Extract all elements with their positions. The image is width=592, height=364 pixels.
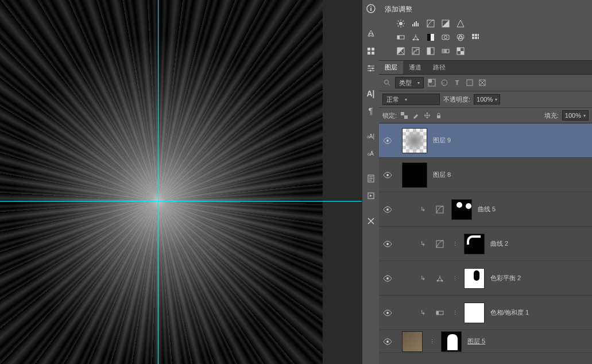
mask-thumbnail[interactable] bbox=[464, 268, 485, 289]
paragraph-icon[interactable]: ¶ bbox=[365, 104, 377, 117]
guide-vertical[interactable] bbox=[158, 0, 158, 364]
bw-icon[interactable] bbox=[426, 33, 435, 42]
channelmixer-icon[interactable] bbox=[456, 33, 465, 42]
swatches-icon[interactable] bbox=[365, 28, 377, 40]
link-icon[interactable]: ⋮ bbox=[451, 274, 458, 283]
layer-row[interactable]: ↳ ⋮ 曲线 2 bbox=[379, 227, 592, 261]
lock-move-icon[interactable] bbox=[423, 111, 431, 119]
levels-icon[interactable] bbox=[411, 19, 420, 28]
invert-icon[interactable] bbox=[396, 47, 405, 56]
layer-row[interactable]: ⋮ 图层 5 bbox=[379, 330, 592, 353]
curves-adj-icon[interactable] bbox=[434, 239, 446, 249]
lock-transparency-icon[interactable] bbox=[400, 111, 408, 119]
curves-icon[interactable] bbox=[426, 19, 435, 28]
guide-horizontal[interactable] bbox=[0, 201, 362, 202]
svg-point-34 bbox=[444, 36, 447, 39]
search-icon[interactable] bbox=[382, 78, 392, 87]
visibility-toggle[interactable] bbox=[379, 338, 396, 345]
selectivecolor-icon[interactable] bbox=[456, 47, 465, 56]
blend-mode-dropdown[interactable]: 正常▾ bbox=[382, 94, 440, 105]
posterize-icon[interactable] bbox=[411, 47, 420, 56]
svg-point-73 bbox=[386, 312, 389, 314]
layer-name[interactable]: 曲线 5 bbox=[478, 205, 496, 214]
layer-row[interactable]: ↳ 曲线 5 bbox=[379, 192, 592, 227]
canvas-area[interactable] bbox=[0, 0, 362, 364]
char-style-icon[interactable]: ₀A| bbox=[365, 130, 377, 142]
layer-row[interactable]: 图层 8 bbox=[379, 158, 592, 192]
layer-thumbnail[interactable] bbox=[402, 162, 427, 188]
layer-lock-bar: 锁定: 填充: 100%▾ bbox=[379, 108, 592, 123]
visibility-toggle[interactable] bbox=[379, 172, 396, 179]
styles-icon[interactable] bbox=[365, 45, 377, 57]
colorbalance-adj-icon[interactable] bbox=[434, 274, 446, 283]
filter-type-icon[interactable]: T bbox=[452, 78, 462, 87]
svg-rect-6 bbox=[372, 52, 374, 55]
svg-rect-39 bbox=[475, 34, 477, 36]
filter-adjust-icon[interactable] bbox=[440, 78, 449, 87]
exposure-icon[interactable] bbox=[441, 19, 450, 28]
filter-shape-icon[interactable] bbox=[465, 78, 474, 87]
threshold-icon[interactable] bbox=[426, 47, 435, 56]
tools-icon[interactable] bbox=[365, 215, 377, 227]
visibility-toggle[interactable] bbox=[379, 137, 396, 144]
svg-point-30 bbox=[417, 39, 419, 41]
colorlookup-icon[interactable] bbox=[471, 33, 480, 42]
svg-point-64 bbox=[386, 140, 389, 142]
mask-thumbnail[interactable] bbox=[441, 331, 462, 352]
link-icon[interactable]: ⋮ bbox=[428, 337, 435, 346]
info-icon[interactable] bbox=[365, 2, 377, 15]
curves-adj-icon[interactable] bbox=[434, 205, 446, 214]
para-style-icon[interactable]: ₀A bbox=[365, 147, 377, 160]
visibility-toggle[interactable] bbox=[379, 206, 396, 213]
tab-paths[interactable]: 路径 bbox=[427, 61, 451, 74]
mask-thumbnail[interactable] bbox=[464, 234, 485, 254]
huesat-icon[interactable] bbox=[396, 33, 405, 42]
colorbalance-icon[interactable] bbox=[411, 33, 420, 42]
layer-name[interactable]: 图层 5 bbox=[467, 337, 485, 346]
svg-rect-3 bbox=[367, 48, 370, 51]
adjustments-row-3 bbox=[396, 47, 586, 56]
filter-pixel-icon[interactable] bbox=[427, 78, 436, 87]
svg-point-7 bbox=[368, 65, 370, 67]
layer-row[interactable]: ↳ ⋮ 色彩平衡 2 bbox=[379, 261, 592, 296]
layer-name[interactable]: 图层 8 bbox=[433, 171, 451, 179]
lock-all-icon[interactable] bbox=[435, 111, 443, 119]
layer-name[interactable]: 图层 9 bbox=[433, 136, 451, 145]
right-panels: 添加调整 bbox=[379, 0, 592, 364]
gradmap-icon[interactable] bbox=[441, 47, 450, 56]
actions-icon[interactable] bbox=[365, 189, 377, 202]
svg-rect-53 bbox=[461, 51, 464, 55]
layer-row[interactable]: ↳ ⋮ 色相/饱和度 1 bbox=[379, 296, 592, 330]
huesat-adj-icon[interactable] bbox=[434, 308, 446, 317]
tab-channels[interactable]: 通道 bbox=[403, 61, 427, 74]
character-icon[interactable]: A| bbox=[365, 87, 377, 100]
mask-thumbnail[interactable] bbox=[451, 199, 472, 220]
visibility-toggle[interactable] bbox=[379, 241, 396, 247]
layer-name[interactable]: 曲线 2 bbox=[490, 239, 508, 248]
notes-icon[interactable] bbox=[365, 172, 377, 185]
link-icon[interactable]: ⋮ bbox=[451, 308, 458, 317]
layer-name[interactable]: 色彩平衡 2 bbox=[490, 274, 521, 282]
adjust-icon[interactable] bbox=[365, 62, 377, 75]
vibrance-icon[interactable] bbox=[456, 19, 465, 28]
fill-field[interactable]: 100%▾ bbox=[562, 110, 589, 121]
layer-thumbnail[interactable] bbox=[402, 331, 423, 352]
mask-thumbnail[interactable] bbox=[464, 303, 485, 323]
tab-layers[interactable]: 图层 bbox=[379, 61, 403, 74]
filter-type-dropdown[interactable]: 类型▾ bbox=[395, 77, 424, 88]
photofilter-icon[interactable] bbox=[441, 33, 450, 42]
visibility-toggle[interactable] bbox=[379, 275, 396, 282]
link-icon[interactable]: ⋮ bbox=[451, 239, 458, 249]
opacity-field[interactable]: 100%▾ bbox=[474, 94, 500, 104]
visibility-toggle[interactable] bbox=[379, 309, 396, 316]
document-canvas[interactable] bbox=[0, 0, 323, 364]
brightness-icon[interactable] bbox=[396, 19, 405, 28]
layers-list[interactable]: 图层 9 图层 8 ↳ 曲线 5 ↳ ⋮ 曲线 2 ↳ bbox=[379, 123, 592, 364]
adjustments-row-2 bbox=[396, 33, 586, 42]
layer-row[interactable]: 图层 9 bbox=[379, 123, 592, 158]
layer-thumbnail[interactable] bbox=[402, 128, 427, 153]
svg-rect-62 bbox=[404, 115, 408, 119]
filter-smart-icon[interactable] bbox=[478, 78, 487, 87]
layer-name[interactable]: 色相/饱和度 1 bbox=[490, 308, 529, 317]
lock-paint-icon[interactable] bbox=[412, 111, 420, 119]
